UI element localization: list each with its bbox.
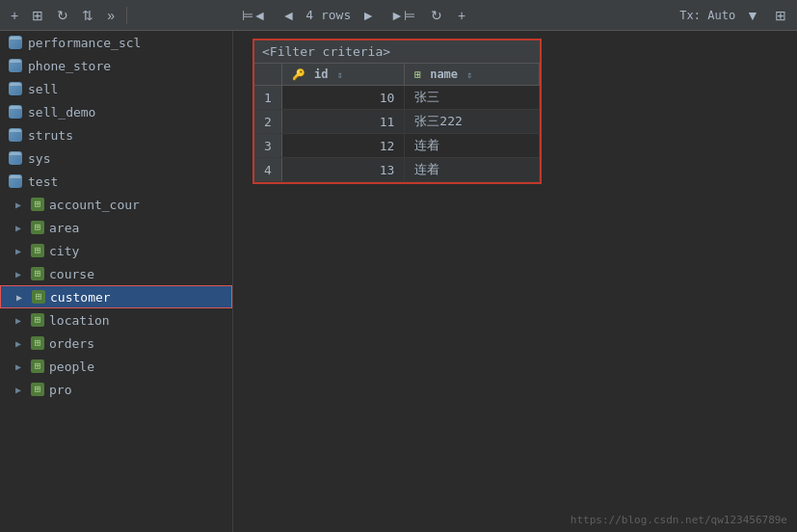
add-row-button[interactable]: + [453,6,470,25]
table-icon [31,383,44,396]
sidebar-table-label: location [49,313,110,328]
expand-arrow-icon: ▶ [15,338,27,349]
table-row[interactable]: 1 10 张三 [254,86,540,110]
db-icon [8,173,23,189]
sidebar-table-label: area [49,221,79,235]
sidebar-item-city[interactable]: ▶ city [0,239,232,262]
expand-arrow-icon: ▶ [16,292,28,303]
sidebar-item-pro[interactable]: ▶ pro [0,378,232,401]
grid-view-button[interactable]: ⊞ [27,6,48,25]
table-icon [31,313,44,327]
row-number: 2 [254,110,281,134]
filter-button[interactable]: ⇅ [77,6,98,25]
sidebar-db-label: test [28,174,58,189]
sidebar-item-sys[interactable]: sys [0,146,232,170]
expand-arrow-icon: ▶ [15,385,27,395]
sidebar-db-label: phone_store [28,59,111,73]
expand-arrow-icon: ▶ [15,269,27,279]
tx-dropdown-button[interactable]: ▼ [741,6,764,25]
table-icon [31,336,44,350]
add-connection-button[interactable]: + [6,6,23,25]
tx-label: Tx: Auto [679,9,735,22]
cell-id: 11 [281,110,404,134]
data-table: 🔑 id ⇕ ⊞ name ⇕ 1 10 张三 [254,64,540,182]
sidebar-table-label: pro [49,383,71,397]
sidebar-table-label: course [49,267,94,281]
cell-name: 张三222 [405,110,540,134]
row-number: 4 [254,158,281,182]
sidebar-item-phone-store[interactable]: phone_store [0,54,232,77]
sidebar-item-area[interactable]: ▶ area [0,216,232,239]
more-button[interactable]: » [102,6,120,25]
col-id-label: id [314,67,328,81]
cell-id: 13 [281,158,404,182]
sidebar-item-sell-demo[interactable]: sell_demo [0,100,232,123]
table-header-row: 🔑 id ⇕ ⊞ name ⇕ [254,64,540,86]
sidebar-db-label: sys [28,151,50,166]
sidebar-table-label: people [49,359,94,374]
table-icon [31,244,44,257]
sidebar-table-label: account_cour [49,198,140,212]
sidebar-item-customer[interactable]: ▶ customer [0,285,232,308]
sort-arrow-icon: ⇕ [466,69,472,80]
expand-arrow-icon: ▶ [15,200,27,210]
col-name-header[interactable]: ⊞ name ⇕ [405,64,540,86]
filter-criteria-header: <Filter criteria> [254,40,540,64]
sidebar: performance_scl phone_store sell sell_de… [0,31,233,532]
cell-name: 连着 [405,158,540,182]
sidebar-item-account-cour[interactable]: ▶ account_cour [0,193,232,216]
sidebar-item-sell[interactable]: sell [0,77,232,100]
table-row[interactable]: 3 12 连着 [254,134,540,158]
data-panel: <Filter criteria> 🔑 id ⇕ ⊞ name ⇕ [233,31,797,532]
db-icon [8,35,23,50]
sidebar-db-label: struts [28,128,73,143]
sidebar-item-orders[interactable]: ▶ orders [0,332,232,355]
table-row[interactable]: 2 11 张三222 [254,110,540,134]
sidebar-db-label: sell [28,82,58,96]
refresh-button[interactable]: ↻ [52,6,73,25]
col-name-label: name [430,67,458,81]
pagination-controls: ⊨◄ ◄ 4 rows ► ►⊨ ↻ + [237,6,471,25]
db-icon [8,150,23,166]
expand-arrow-icon: ▶ [15,315,27,326]
footer-link[interactable]: https://blog.csdn.net/qw123456789e [571,514,787,526]
row-num-header [254,64,281,86]
sidebar-item-people[interactable]: ▶ people [0,355,232,378]
table-row[interactable]: 4 13 连着 [254,158,540,182]
nav-next-button[interactable]: ► [357,6,380,25]
db-icon [8,127,23,143]
nav-prev-button[interactable]: ◄ [277,6,300,25]
cell-name: 连着 [405,134,540,158]
data-refresh-button[interactable]: ↻ [426,6,447,25]
sidebar-item-location[interactable]: ▶ location [0,308,232,332]
table-icon [31,198,44,211]
nav-last-button[interactable]: ►⊨ [385,6,420,25]
row-number: 1 [254,86,281,110]
table-icon [32,290,45,304]
sidebar-item-course[interactable]: ▶ course [0,262,232,285]
nav-first-button[interactable]: ⊨◄ [237,6,272,25]
sidebar-db-label: performance_scl [28,36,141,50]
db-icon [8,58,23,73]
cell-id: 10 [281,86,404,110]
toolbar-right: Tx: Auto ▼ ⊞ [679,6,791,25]
col-id-header[interactable]: 🔑 id ⇕ [281,64,404,86]
db-icon [8,104,23,120]
sidebar-table-label: orders [49,336,94,351]
sidebar-item-performance-scl[interactable]: performance_scl [0,31,232,54]
main-layout: performance_scl phone_store sell sell_de… [0,31,797,532]
expand-arrow-icon: ▶ [15,223,27,233]
filter-popup: <Filter criteria> 🔑 id ⇕ ⊞ name ⇕ [252,39,542,184]
table-icon [31,221,44,234]
table-col-icon: ⊞ [414,68,421,81]
sidebar-table-label: customer [50,290,111,305]
sidebar-item-test[interactable]: test [0,170,232,193]
row-number: 3 [254,134,281,158]
sort-arrow-icon: ⇕ [337,69,343,80]
db-icon [8,81,23,96]
options-button[interactable]: ⊞ [770,6,791,25]
expand-arrow-icon: ▶ [15,361,27,372]
sidebar-item-struts[interactable]: struts [0,123,232,146]
cell-id: 12 [281,134,404,158]
cell-name: 张三 [405,86,540,110]
